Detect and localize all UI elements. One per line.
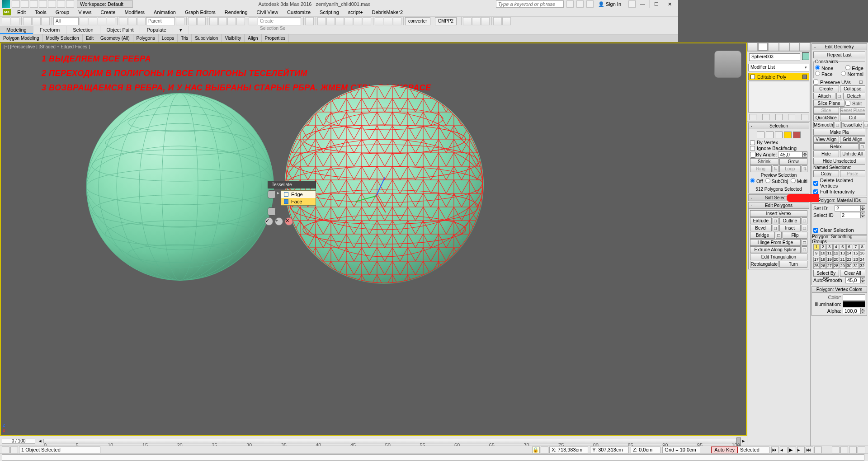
toggle-ribbon-icon[interactable]: [335, 17, 344, 25]
ribbon-group[interactable]: Edit: [83, 34, 97, 42]
caddy-type-button[interactable]: [268, 190, 276, 198]
qat-button[interactable]: [30, 0, 38, 8]
extra-icon[interactable]: [493, 17, 502, 25]
redo-icon[interactable]: [11, 17, 19, 25]
manip-icon[interactable]: [188, 17, 197, 25]
menu-civil-view[interactable]: Civil View: [252, 9, 283, 15]
extra-icon[interactable]: [463, 17, 472, 25]
ref-coord-system[interactable]: Parent: [146, 17, 175, 25]
menu-scriptplus[interactable]: script+: [344, 9, 368, 15]
mirror-icon[interactable]: [305, 17, 314, 25]
menu-animation[interactable]: Animation: [149, 9, 180, 15]
viewport-perspective[interactable]: [+] [Perspective ] [Shaded + Edged Faces…: [0, 42, 678, 362]
selection-filter[interactable]: All: [53, 17, 79, 25]
maxscript-icon[interactable]: MX: [3, 9, 11, 15]
ribbon-group[interactable]: Modify Selection: [43, 34, 83, 42]
ribbon-tab-selection[interactable]: Selection: [66, 26, 100, 34]
align-icon[interactable]: [317, 17, 326, 25]
ribbon-tab-freeform[interactable]: Freeform: [33, 26, 67, 34]
menu-graph-editors[interactable]: Graph Editors: [180, 9, 220, 15]
caddy-option-face[interactable]: Face: [281, 198, 316, 205]
extra-icon[interactable]: [502, 17, 511, 25]
infocenter-icon[interactable]: [566, 0, 574, 8]
unlink-icon[interactable]: [32, 17, 41, 25]
select-region-icon[interactable]: [98, 17, 106, 25]
caddy-tension-button[interactable]: [268, 207, 276, 216]
cmpp2-button[interactable]: CMPP2: [435, 17, 457, 25]
ribbon-tab-object-paint[interactable]: Object Paint: [100, 26, 141, 34]
caddy-ok-icon[interactable]: ✓: [265, 217, 273, 226]
caddy-cancel-icon[interactable]: ✕: [285, 217, 293, 226]
spinner-snap-icon[interactable]: [236, 17, 245, 25]
ribbon-tab-modeling[interactable]: Modeling: [0, 26, 33, 34]
qat-button[interactable]: [57, 0, 65, 8]
menu-modifiers[interactable]: Modifiers: [120, 9, 149, 15]
menu-edit[interactable]: Edit: [13, 9, 30, 15]
pivot-icon[interactable]: [176, 17, 184, 25]
qat-button[interactable]: [66, 0, 74, 8]
ribbon-tab-populate[interactable]: Populate: [140, 26, 173, 34]
window-crossing-icon[interactable]: [107, 17, 115, 25]
select-name-icon[interactable]: [89, 17, 97, 25]
menu-rendering[interactable]: Rendering: [220, 9, 252, 15]
schematic-icon[interactable]: [354, 17, 362, 25]
layer-icon[interactable]: [326, 17, 335, 25]
menu-create[interactable]: Create: [96, 9, 120, 15]
ribbon-expand-icon[interactable]: ▾: [173, 26, 189, 34]
help-icon[interactable]: [628, 0, 636, 8]
ribbon-group[interactable]: Align: [245, 34, 261, 42]
material-editor-icon[interactable]: [363, 17, 371, 25]
ribbon-group[interactable]: Polygons: [133, 34, 159, 42]
edit-named-sel-icon[interactable]: [249, 17, 257, 25]
ribbon-group[interactable]: Tris: [178, 34, 192, 42]
qat-button[interactable]: [12, 0, 20, 8]
render-setup-icon[interactable]: [375, 17, 383, 25]
curve-editor-icon[interactable]: [344, 17, 353, 25]
viewport-label[interactable]: [+] [Perspective ] [Shaded + Edged Faces…: [4, 44, 90, 49]
sphere-unselected[interactable]: [86, 93, 274, 281]
menu-views[interactable]: Views: [74, 9, 96, 15]
window-maximize[interactable]: ☐: [649, 0, 663, 8]
workspace-selector[interactable]: Workspace: Default: [77, 0, 133, 8]
qat-button[interactable]: [39, 0, 47, 8]
undo-icon[interactable]: [2, 17, 10, 25]
scale-icon[interactable]: [137, 17, 146, 25]
qat-button[interactable]: [48, 0, 56, 8]
extra-icon[interactable]: [481, 17, 490, 25]
menu-tools[interactable]: Tools: [30, 9, 51, 15]
angle-snap-icon[interactable]: [218, 17, 227, 25]
ribbon-group[interactable]: Geometry (All): [97, 34, 133, 42]
favorites-icon[interactable]: [586, 0, 594, 8]
render-frame-icon[interactable]: [384, 17, 392, 25]
window-minimize[interactable]: —: [636, 0, 649, 8]
menu-debrismaker[interactable]: DebrisMaker2: [368, 9, 407, 15]
ribbon-group[interactable]: Polygon Modeling: [0, 34, 43, 42]
svg-point-13: [105, 221, 255, 246]
rotate-icon[interactable]: [128, 17, 137, 25]
ribbon-group[interactable]: Loops: [159, 34, 178, 42]
help-search-input[interactable]: [496, 0, 564, 8]
sign-in-button[interactable]: 👤 Sign In: [598, 1, 621, 7]
caddy-apply-icon[interactable]: +: [275, 217, 283, 226]
menu-group[interactable]: Group: [51, 9, 74, 15]
bind-icon[interactable]: [41, 17, 50, 25]
extra-icon[interactable]: [472, 17, 481, 25]
caddy-option-edge[interactable]: Edge: [281, 191, 316, 198]
exchange-icon[interactable]: [576, 0, 584, 8]
ribbon-group[interactable]: Visibility: [222, 34, 245, 42]
ribbon-group[interactable]: Subdivision: [192, 34, 222, 42]
menu-scripting[interactable]: Scripting: [315, 9, 344, 15]
percent-snap-icon[interactable]: [227, 17, 236, 25]
ribbon-group[interactable]: Properties: [262, 34, 289, 42]
qat-button[interactable]: [21, 0, 29, 8]
link-icon[interactable]: [23, 17, 32, 25]
converter-button[interactable]: converter: [405, 17, 430, 25]
menu-customize[interactable]: Customize: [283, 9, 315, 15]
named-selection-set[interactable]: Create Selection Se: [258, 17, 301, 25]
keymode-icon[interactable]: [197, 17, 206, 25]
snap-icon[interactable]: [209, 17, 218, 25]
move-icon[interactable]: [119, 17, 127, 25]
window-close[interactable]: ✕: [663, 0, 676, 8]
select-icon[interactable]: [80, 17, 88, 25]
render-icon[interactable]: [393, 17, 401, 25]
